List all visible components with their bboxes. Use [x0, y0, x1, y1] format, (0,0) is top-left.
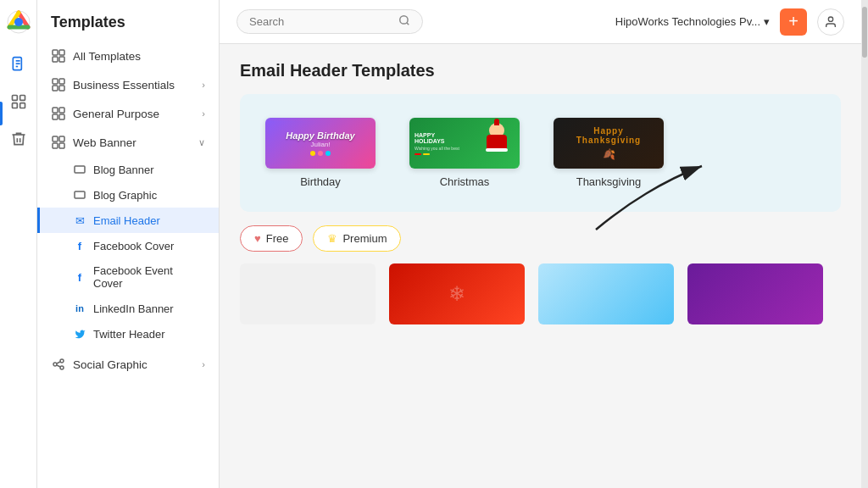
template-item-thanksgiving[interactable]: Happy Thanksgiving 🍂 Thanksgiving — [554, 118, 664, 188]
company-chevron-icon: ▾ — [764, 15, 770, 28]
page-title: Email Header Templates — [240, 61, 841, 80]
twitter-header-icon — [73, 327, 86, 341]
general-purpose-label: General Purpose — [73, 108, 159, 120]
filter-premium-button[interactable]: ♛ Premium — [313, 225, 401, 252]
search-input[interactable] — [249, 15, 392, 28]
blog-banner-label: Blog Banner — [93, 164, 154, 176]
company-name-text: HipoWorks Technologies Pv... — [615, 15, 760, 28]
sidebar: Templates All Templates Business Essenti… — [37, 0, 220, 488]
sidebar-item-all-templates[interactable]: All Templates — [37, 42, 219, 70]
template-thumb-birthday: Happy Birthday Julian! — [265, 118, 376, 169]
facebook-event-cover-label: Facebook Event Cover — [93, 264, 205, 290]
rail-icon-trash[interactable] — [8, 129, 29, 149]
svg-rect-9 — [19, 103, 25, 108]
general-purpose-chevron: › — [202, 108, 205, 119]
template-thumb-thanksgiving: Happy Thanksgiving 🍂 — [554, 118, 664, 169]
svg-rect-14 — [53, 79, 58, 84]
strip-thumb-4[interactable] — [687, 263, 823, 324]
svg-rect-24 — [53, 143, 58, 148]
sidebar-sub-item-linkedin-banner[interactable]: in LinkedIn Banner — [37, 296, 219, 321]
svg-rect-13 — [59, 57, 64, 62]
svg-rect-22 — [53, 136, 58, 141]
sidebar-item-business-essentials[interactable]: Business Essentials › — [37, 70, 219, 99]
scrollbar-rail[interactable] — [861, 0, 868, 488]
web-banner-label: Web Banner — [73, 136, 136, 149]
svg-rect-25 — [59, 143, 64, 148]
filter-free-button[interactable]: ♥ Free — [240, 225, 303, 252]
sidebar-sub-item-facebook-event-cover[interactable]: f Facebook Event Cover — [37, 258, 219, 296]
header-right: HipoWorks Technologies Pv... ▾ + — [615, 8, 844, 36]
scrollbar-thumb[interactable] — [862, 7, 867, 58]
blog-banner-icon — [73, 163, 86, 176]
svg-rect-6 — [12, 96, 17, 101]
strip-thumb-2[interactable]: ❄ — [389, 263, 525, 324]
sidebar-sub-item-blog-banner[interactable]: Blog Banner — [37, 157, 219, 182]
svg-point-30 — [60, 366, 64, 369]
strip-thumb-3[interactable] — [538, 263, 674, 324]
thanksgiving-label: Thanksgiving — [576, 175, 642, 188]
profile-button[interactable] — [817, 8, 844, 36]
rail-icon-page[interactable] — [8, 54, 29, 75]
svg-point-28 — [53, 363, 57, 366]
free-label: Free — [266, 232, 289, 245]
svg-rect-27 — [75, 191, 85, 198]
rail-icon-doc[interactable] — [8, 92, 29, 112]
svg-line-32 — [57, 365, 60, 367]
svg-point-1 — [14, 18, 23, 26]
christmas-label: Christmas — [440, 175, 490, 188]
template-item-christmas[interactable]: HAPPY HOLIDAYS Wishing you all the best — [409, 118, 520, 188]
email-header-icon: ✉ — [73, 214, 86, 227]
sidebar-sub-item-facebook-cover[interactable]: f Facebook Cover — [37, 233, 219, 258]
search-icon — [398, 14, 410, 29]
birthday-label: Birthday — [300, 175, 341, 188]
template-item-birthday[interactable]: Happy Birthday Julian! Birthday — [265, 118, 376, 188]
svg-line-31 — [57, 362, 60, 363]
svg-rect-23 — [59, 136, 64, 141]
svg-rect-16 — [53, 86, 58, 91]
svg-rect-7 — [19, 96, 25, 101]
svg-point-35 — [828, 17, 832, 21]
general-purpose-icon — [51, 106, 66, 121]
svg-line-34 — [407, 23, 409, 25]
app-logo[interactable] — [7, 10, 31, 37]
sidebar-item-social-graphic[interactable]: Social Graphic › — [37, 350, 219, 379]
sidebar-item-general-purpose[interactable]: General Purpose › — [37, 99, 219, 128]
filter-row: ♥ Free ♛ Premium — [240, 225, 841, 252]
svg-rect-26 — [75, 166, 85, 173]
template-thumb-christmas: HAPPY HOLIDAYS Wishing you all the best — [409, 118, 520, 169]
svg-rect-12 — [53, 57, 58, 62]
business-essentials-chevron: › — [202, 80, 205, 90]
email-header-label: Email Header — [93, 214, 160, 227]
template-gallery: Happy Birthday Julian! Birthday — [240, 94, 841, 212]
web-banner-chevron: ∨ — [198, 137, 205, 148]
sidebar-sub-item-email-header[interactable]: ✉ Email Header — [37, 208, 219, 233]
business-essentials-label: Business Essentials — [73, 79, 175, 92]
search-box[interactable] — [236, 9, 423, 34]
company-name[interactable]: HipoWorks Technologies Pv... ▾ — [615, 15, 770, 28]
svg-rect-10 — [53, 50, 58, 55]
add-button[interactable]: + — [780, 8, 807, 36]
svg-rect-18 — [53, 108, 58, 113]
sidebar-sub-item-blog-graphic[interactable]: Blog Graphic — [37, 182, 219, 208]
business-essentials-icon — [51, 77, 66, 92]
svg-rect-11 — [59, 50, 64, 55]
sidebar-title: Templates — [37, 14, 219, 42]
svg-point-33 — [400, 16, 408, 24]
thumbnail-strip: ❄ — [240, 263, 841, 324]
sidebar-item-web-banner[interactable]: Web Banner ∨ — [37, 128, 219, 157]
linkedin-banner-icon: in — [73, 302, 86, 315]
all-templates-icon — [51, 48, 66, 64]
sidebar-sub-item-twitter-header[interactable]: Twitter Header — [37, 321, 219, 347]
svg-point-29 — [60, 359, 64, 363]
twitter-header-label: Twitter Header — [93, 328, 165, 341]
facebook-cover-icon: f — [73, 239, 86, 252]
premium-label: Premium — [342, 232, 387, 245]
svg-rect-15 — [59, 79, 64, 84]
strip-thumb-1[interactable] — [240, 263, 376, 324]
social-graphic-chevron: › — [202, 359, 205, 369]
svg-rect-17 — [59, 86, 64, 91]
main-area: HipoWorks Technologies Pv... ▾ + Email H… — [220, 0, 861, 488]
svg-rect-21 — [59, 114, 64, 119]
content-area: Email Header Templates Happy Birthday Ju… — [220, 44, 861, 488]
top-header: HipoWorks Technologies Pv... ▾ + — [220, 0, 861, 44]
